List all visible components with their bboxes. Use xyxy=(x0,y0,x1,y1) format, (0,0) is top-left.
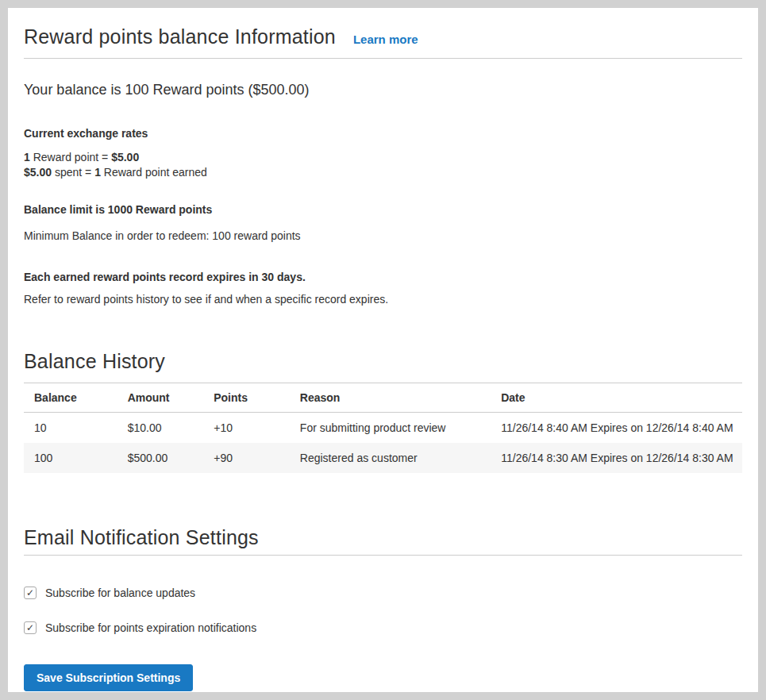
rate2-text: spent = xyxy=(52,166,94,179)
cell-amount: $10.00 xyxy=(117,413,204,444)
balance-history-title: Balance History xyxy=(24,349,742,373)
cell-date: 11/26/14 8:30 AM Expires on 12/26/14 8:3… xyxy=(491,443,742,473)
exchange-rate-point-to-currency: 1 Reward point = $5.00 xyxy=(24,150,742,165)
column-header-balance: Balance xyxy=(24,383,117,413)
column-header-amount: Amount xyxy=(117,383,204,413)
exchange-rates-heading: Current exchange rates xyxy=(24,126,742,141)
table-row: 10 $10.00 +10 For submitting product rev… xyxy=(24,413,742,444)
cell-balance: 10 xyxy=(24,413,117,444)
column-header-points: Points xyxy=(203,383,290,413)
learn-more-link[interactable]: Learn more xyxy=(353,33,418,46)
header-divider xyxy=(24,58,742,59)
expiry-rule-text: Each earned reward points record expires… xyxy=(24,270,742,285)
balance-updates-option: ✓ Subscribe for balance updates xyxy=(24,587,742,599)
cell-points: +90 xyxy=(203,443,290,473)
rate1-text: Reward point = xyxy=(30,151,111,163)
balance-summary: Your balance is 100 Reward points ($500.… xyxy=(24,81,742,98)
cell-date: 11/26/14 8:40 AM Expires on 12/26/14 8:4… xyxy=(491,413,742,444)
rate1-points-value: 1 xyxy=(24,151,30,163)
rate1-currency-value: $5.00 xyxy=(111,151,139,163)
rate2-suffix: Reward point earned xyxy=(101,166,207,179)
page-title: Reward points balance Information xyxy=(24,25,336,48)
rate2-currency-value: $5.00 xyxy=(24,166,52,179)
cell-reason: Registered as customer xyxy=(290,443,491,473)
balance-updates-label: Subscribe for balance updates xyxy=(45,587,195,599)
save-subscription-settings-button[interactable]: Save Subscription Settings xyxy=(24,664,193,691)
cell-points: +10 xyxy=(203,413,290,444)
card-header: Reward points balance Information Learn … xyxy=(24,8,742,58)
points-expiration-option: ✓ Subscribe for points expiration notifi… xyxy=(24,621,742,634)
points-expiration-label: Subscribe for points expiration notifica… xyxy=(45,621,256,634)
balance-history-table: Balance Amount Points Reason Date 10 $10… xyxy=(24,383,742,473)
column-header-reason: Reason xyxy=(290,383,491,413)
minimum-balance-text: Minimum Balance in order to redeem: 100 … xyxy=(24,229,742,244)
column-header-date: Date xyxy=(491,383,742,413)
balance-limit-text: Balance limit is 1000 Reward points xyxy=(24,202,742,217)
cell-balance: 100 xyxy=(24,443,117,473)
reward-points-card: Reward points balance Information Learn … xyxy=(8,8,758,692)
email-notification-settings-title: Email Notification Settings xyxy=(24,525,742,549)
balance-updates-checkbox[interactable]: ✓ xyxy=(24,587,37,599)
expiry-note-text: Refer to reward points history to see if… xyxy=(24,292,742,307)
rate2-points-value: 1 xyxy=(94,166,101,179)
cell-reason: For submitting product review xyxy=(290,413,491,444)
cell-amount: $500.00 xyxy=(117,443,204,473)
points-expiration-checkbox[interactable]: ✓ xyxy=(24,621,37,634)
notifications-divider xyxy=(24,555,742,556)
table-row: 100 $500.00 +90 Registered as customer 1… xyxy=(24,443,742,473)
exchange-rate-currency-to-point: $5.00 spent = 1 Reward point earned xyxy=(24,165,742,180)
table-header-row: Balance Amount Points Reason Date xyxy=(24,383,742,413)
